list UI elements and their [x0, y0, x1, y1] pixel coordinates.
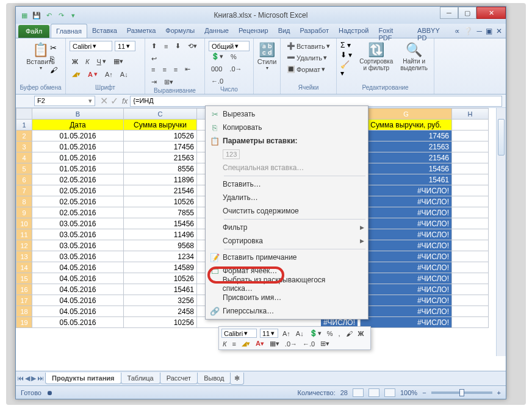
cell-H8[interactable]	[452, 196, 489, 207]
mini-font-combo[interactable]: Calibri▾	[221, 329, 257, 338]
cell-G14[interactable]: #ЧИСЛО!	[361, 262, 452, 273]
autosum-button[interactable]: Σ ▾	[340, 41, 354, 49]
cell-H9[interactable]	[452, 207, 489, 218]
cell-B12[interactable]: 03.05.2016	[32, 240, 124, 251]
fill-color-button[interactable]: ◢▾	[70, 69, 83, 79]
cell-C4[interactable]: 21563	[124, 152, 197, 163]
cell-G3[interactable]: 21563	[361, 141, 452, 152]
number-format-combo[interactable]: Общий▾	[209, 41, 250, 51]
mini-percent[interactable]: %	[326, 330, 334, 337]
cell-C7[interactable]: 21546	[124, 185, 197, 196]
cell-B9[interactable]: 02.05.2016	[32, 207, 124, 218]
cell-H10[interactable]	[452, 218, 489, 229]
italic-button[interactable]: К	[83, 57, 92, 66]
cut-icon[interactable]: ✂	[50, 43, 57, 52]
cells-insert-button[interactable]: ➕ Вставить ▾	[284, 41, 332, 51]
cell-B1[interactable]: Дата	[32, 120, 124, 130]
cell-G5[interactable]: 15456	[361, 163, 452, 174]
mini-comma[interactable]: ,	[337, 330, 341, 337]
cell-B6[interactable]: 02.05.2016	[32, 174, 124, 185]
row-header-11[interactable]: 11	[16, 229, 32, 240]
cell-H13[interactable]	[452, 251, 489, 262]
cell-C9[interactable]: 7855	[124, 207, 197, 218]
inc-decimal-button[interactable]: .0→	[227, 64, 244, 74]
mini-bold[interactable]: Ж	[357, 330, 365, 337]
cell-C6[interactable]: 11896	[124, 174, 197, 185]
mini-grow-font[interactable]: A↑	[281, 330, 292, 337]
fx-icon[interactable]: fx	[120, 97, 130, 105]
scrollbar-thumb[interactable]	[498, 119, 505, 155]
row-header-1[interactable]: 1	[16, 120, 32, 130]
cell-C1[interactable]: Сумма выручки	[124, 120, 197, 130]
cell-H14[interactable]	[452, 262, 489, 273]
find-select-button[interactable]: 🔍Найти и выделить	[398, 41, 430, 77]
cell-H3[interactable]	[452, 141, 489, 152]
qat-redo-icon[interactable]: ↷	[56, 10, 66, 20]
mini-shrink-font[interactable]: A↓	[295, 330, 305, 337]
ctx-comment[interactable]: 📝Вставить примечание	[207, 251, 367, 264]
merge-button[interactable]: ⊞▾	[162, 77, 176, 87]
cell-G10[interactable]: #ЧИСЛО!	[361, 218, 452, 229]
indent-dec-button[interactable]: ⇤	[182, 64, 193, 74]
align-top-button[interactable]: ⬆	[149, 41, 159, 51]
col-header-C[interactable]: C	[124, 109, 197, 120]
row-header-16[interactable]: 16	[16, 284, 32, 295]
ctx-clear[interactable]: Очистить содержимое	[207, 204, 367, 218]
copy-icon[interactable]: ⎘	[50, 55, 57, 63]
ctx-insert[interactable]: Вставить…	[207, 177, 367, 191]
indent-inc-button[interactable]: ⇥	[149, 77, 159, 87]
cell-H15[interactable]	[452, 273, 489, 284]
cell-C17[interactable]: 3256	[124, 295, 197, 306]
ctx-sort[interactable]: Сортировка▶	[207, 234, 367, 248]
align-mid-button[interactable]: ≡	[162, 41, 170, 51]
col-header-G[interactable]: G	[361, 109, 452, 120]
doc-restore-icon[interactable]: ▣	[486, 27, 492, 35]
formula-bar[interactable]: {=ИНД	[130, 96, 502, 107]
cell-C14[interactable]: 14589	[124, 262, 197, 273]
cell-H11[interactable]	[452, 229, 489, 240]
cell-B4[interactable]: 01.05.2016	[32, 152, 124, 163]
format-painter-icon[interactable]: 🖌	[50, 66, 57, 74]
cell-C11[interactable]: 11496	[124, 229, 197, 240]
mini-size-combo[interactable]: 11▾	[260, 329, 278, 338]
cell-G15[interactable]: #ЧИСЛО!	[361, 273, 452, 284]
mini-align[interactable]: ≡	[231, 340, 237, 348]
cell-G18[interactable]: #ЧИСЛО!	[361, 306, 452, 317]
enter-formula-icon[interactable]: ✓	[109, 95, 120, 107]
cell-C12[interactable]: 9568	[124, 240, 197, 251]
view-break-button[interactable]	[384, 388, 395, 397]
ctx-hyperlink[interactable]: 🔗Гиперссылка…	[207, 304, 367, 318]
cell-G1[interactable]: Сумма выручки, руб.	[361, 120, 452, 130]
cell-H17[interactable]	[452, 295, 489, 306]
ctx-cut[interactable]: ✂Вырезать	[207, 107, 367, 121]
qat-save-icon[interactable]: 💾	[32, 10, 41, 20]
doc-close-icon[interactable]: ✕	[496, 27, 502, 35]
cell-G9[interactable]: #ЧИСЛО!	[361, 207, 452, 218]
row-header-2[interactable]: 2	[16, 130, 32, 141]
row-header-10[interactable]: 10	[16, 218, 32, 229]
select-all-corner[interactable]	[16, 109, 32, 120]
align-right-button[interactable]: ≡	[171, 65, 180, 74]
zoom-value[interactable]: 100%	[400, 389, 417, 396]
cell-G2[interactable]: 17456	[361, 130, 452, 141]
bold-button[interactable]: Ж	[70, 57, 81, 66]
row-header-19[interactable]: 19	[16, 317, 32, 328]
cell-G4[interactable]: 21546	[361, 152, 452, 163]
tab-review[interactable]: Рецензир	[234, 24, 273, 38]
underline-button[interactable]: Ч▾	[94, 56, 108, 66]
sheet-prev-icon[interactable]: ◀	[25, 374, 30, 382]
cell-H16[interactable]	[452, 284, 489, 295]
shrink-font-button[interactable]: A↓	[118, 70, 131, 79]
sort-filter-button[interactable]: 🔃Сортировка и фильтр	[357, 41, 395, 77]
tab-formulas[interactable]: Формулы	[160, 24, 200, 38]
cell-B19[interactable]: 05.05.2016	[32, 317, 124, 328]
cell-G12[interactable]: #ЧИСЛО!	[361, 240, 452, 251]
styles-button[interactable]: 🔡Стили▾	[257, 41, 276, 72]
mini-border[interactable]: ▦▾	[268, 340, 281, 348]
cells-delete-button[interactable]: ➖ Удалить ▾	[284, 52, 332, 63]
ctx-define-name[interactable]: Присвоить имя…	[207, 291, 367, 304]
cell-G17[interactable]: #ЧИСЛО!	[361, 295, 452, 306]
mini-merge[interactable]: ⊞▾	[319, 340, 331, 348]
sheet-tab-3[interactable]: Вывод	[197, 373, 231, 384]
row-header-15[interactable]: 15	[16, 273, 32, 284]
